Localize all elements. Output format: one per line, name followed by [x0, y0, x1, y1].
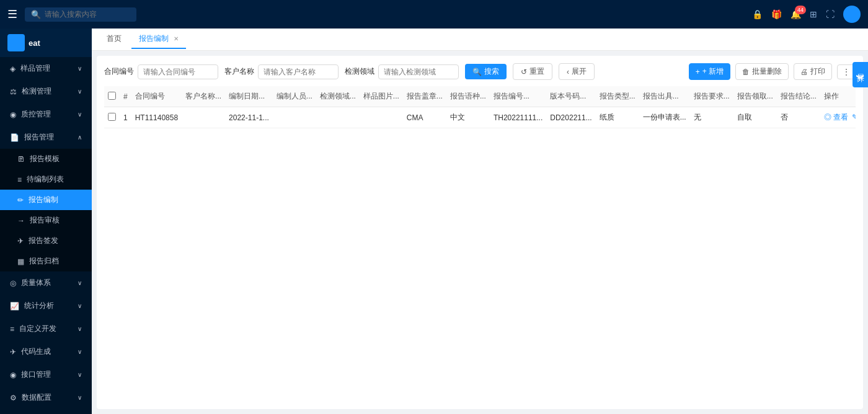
lock-icon[interactable]: 🔒	[752, 9, 763, 19]
expand-filter-button[interactable]: ‹ 展开	[559, 63, 595, 80]
action-edit[interactable]: ✎ 编辑	[852, 112, 856, 123]
fullscreen-icon[interactable]: ⛶	[826, 9, 835, 19]
avatar[interactable]	[843, 6, 861, 23]
col-version-no[interactable]: 版本号码...	[546, 86, 595, 107]
sidebar-item-quality-system[interactable]: ◎ 质量体系 ∨	[0, 271, 92, 294]
search-input[interactable]	[45, 10, 119, 19]
sidebar-label-stats: 统计分析	[24, 301, 54, 311]
print-icon: 🖨	[800, 68, 808, 76]
sidebar-item-custom-dev[interactable]: ≡ 自定义开发 ∨	[0, 317, 92, 340]
col-report-no[interactable]: 报告编号...	[490, 86, 546, 107]
sidebar-item-report-audit[interactable]: → 报告审核	[0, 210, 92, 231]
table-header: # 合同编号 客户名称... 编制日期... 编制人员... 检测领域... 样…	[104, 86, 856, 107]
chevron-data-config: ∨	[78, 394, 82, 401]
cell-report-conclusion: 否	[777, 107, 820, 128]
sidebar-item-label-detection: 检测管理	[22, 86, 51, 97]
col-contract-no[interactable]: 合同编号	[131, 86, 182, 107]
col-report-pickup[interactable]: 报告领取...	[733, 86, 777, 107]
sidebar-item-report-pending[interactable]: ≡ 待编制列表	[0, 169, 92, 190]
chevron-stats: ∨	[78, 302, 82, 309]
expand-btn-label: 展开	[572, 66, 587, 77]
cell-report-language: 中文	[446, 107, 490, 128]
sidebar-item-api-mgmt[interactable]: ◉ 接口管理 ∨	[0, 363, 92, 386]
action-view[interactable]: ◎ 查看	[824, 112, 848, 123]
menu-icon[interactable]: ☰	[7, 7, 17, 21]
sidebar-label-template: 报告模板	[30, 154, 60, 164]
sample-icon: ◈	[10, 64, 16, 73]
qs-icon: ◎	[10, 279, 16, 288]
gift-icon[interactable]: 🎁	[771, 9, 782, 19]
col-report-type[interactable]: 报告类型...	[596, 86, 639, 107]
table-wrap: # 合同编号 客户名称... 编制日期... 编制人员... 检测领域... 样…	[104, 86, 856, 402]
tab-report-edit[interactable]: 报告编制 ✕	[131, 30, 186, 49]
sidebar-item-quality-control[interactable]: ◉ 质控管理 ∨	[0, 103, 92, 126]
print-button[interactable]: 🖨 打印	[794, 63, 832, 80]
col-sample-img[interactable]: 样品图片...	[360, 86, 403, 107]
expand-panel[interactable]: 展开 ❯	[852, 62, 868, 87]
sidebar-item-detection[interactable]: ⚖ 检测管理 ∨	[0, 80, 92, 103]
filter-bar: 合同编号 客户名称 检测领域 🔍 搜索 ↺ 重置 ‹ 展开	[104, 63, 856, 80]
sign-icon: ✈	[17, 237, 24, 245]
sidebar-item-report-edit[interactable]: ✏ 报告编制	[0, 190, 92, 210]
sidebar-item-sample[interactable]: ◈ 样品管理 ∨	[0, 57, 92, 80]
cell-actions: ◎ 查看 ✎ 编辑 ⊕ 生成报告 🗑 删除	[820, 107, 856, 128]
sidebar-label-audit: 报告审核	[30, 215, 60, 226]
sidebar-item-code-gen[interactable]: ✈ 代码生成 ∨	[0, 340, 92, 363]
col-customer-name[interactable]: 客户名称...	[182, 86, 225, 107]
cell-no: 1	[120, 107, 131, 128]
sidebar-item-report-archive[interactable]: ▦ 报告归档	[0, 251, 92, 271]
sidebar-item-report-template[interactable]: 🖹 报告模板	[0, 149, 92, 169]
col-report-conclusion[interactable]: 报告结论...	[777, 86, 820, 107]
cell-report-coverage: CMA	[403, 107, 446, 128]
topnav-right-icons: 🔒 🎁 🔔 44 ⊞ ⛶	[752, 6, 861, 23]
select-all-checkbox[interactable]	[108, 92, 116, 100]
detection-icon: ⚖	[10, 87, 17, 96]
col-report-issuer[interactable]: 报告出具...	[639, 86, 690, 107]
sidebar-sub-report: 🖹 报告模板 ≡ 待编制列表 ✏ 报告编制 → 报告审核 ✈ 报告签发 ▦ 报告…	[0, 149, 92, 271]
notification-badge: 44	[795, 6, 806, 14]
reset-button[interactable]: ↺ 重置	[513, 63, 552, 80]
new-button[interactable]: + + 新增	[689, 63, 730, 80]
cell-edit-date: 2022-11-1...	[225, 107, 273, 128]
chevron-qc: ∨	[78, 111, 82, 118]
cell-report-req: 无	[690, 107, 733, 128]
sidebar-item-statistics[interactable]: 📈 统计分析 ∨	[0, 294, 92, 317]
filter-customer-input[interactable]	[258, 64, 339, 79]
tab-close-icon[interactable]: ✕	[174, 35, 179, 42]
data-config-icon: ⚙	[10, 394, 17, 402]
col-detection-domain[interactable]: 检测领域...	[316, 86, 360, 107]
filter-detection-input[interactable]	[378, 64, 459, 79]
sidebar-item-label-report: 报告管理	[24, 132, 54, 143]
expand-panel-label: 展开 ❯	[856, 68, 865, 81]
api-icon: ◉	[10, 371, 16, 379]
col-report-language[interactable]: 报告语种...	[446, 86, 490, 107]
quality-control-icon: ◉	[10, 110, 16, 119]
pending-icon: ≡	[17, 175, 22, 184]
col-editor[interactable]: 编制人员...	[273, 86, 316, 107]
reset-btn-label: 重置	[529, 66, 544, 77]
col-report-req[interactable]: 报告要求...	[690, 86, 733, 107]
sidebar-item-report[interactable]: 📄 报告管理 ∧	[0, 126, 92, 149]
col-report-coverage[interactable]: 报告盖章...	[403, 86, 446, 107]
cell-report-type: 纸质	[596, 107, 639, 128]
content-area: 合同编号 客户名称 检测领域 🔍 搜索 ↺ 重置 ‹ 展开	[97, 56, 863, 409]
cell-report-pickup: 自取	[733, 107, 777, 128]
search-button[interactable]: 🔍 搜索	[465, 64, 507, 79]
sidebar-label-sign: 报告签发	[29, 236, 58, 246]
cell-report-issuer: 一份申请表...	[639, 107, 690, 128]
main-wrap: 首页 报告编制 ✕ 合同编号 客户名称 检测领域 🔍 搜索	[92, 29, 868, 414]
chevron-detection: ∨	[78, 88, 82, 95]
col-edit-date[interactable]: 编制日期...	[225, 86, 273, 107]
bell-icon[interactable]: 🔔 44	[790, 9, 801, 19]
sidebar-item-data-config[interactable]: ⚙ 数据配置 ∨	[0, 386, 92, 409]
filter-contract-input[interactable]	[138, 64, 218, 79]
sidebar-item-report-sign[interactable]: ✈ 报告签发	[0, 231, 92, 251]
cell-sample-img	[360, 107, 403, 128]
reset-icon: ↺	[521, 68, 527, 76]
grid-icon[interactable]: ⊞	[810, 9, 817, 19]
template-icon: 🖹	[17, 155, 25, 164]
batch-delete-button[interactable]: 🗑 批量删除	[735, 63, 789, 80]
tab-home[interactable]: 首页	[99, 30, 129, 49]
row-checkbox[interactable]	[108, 113, 116, 121]
filter-contract-label: 合同编号	[104, 66, 134, 77]
